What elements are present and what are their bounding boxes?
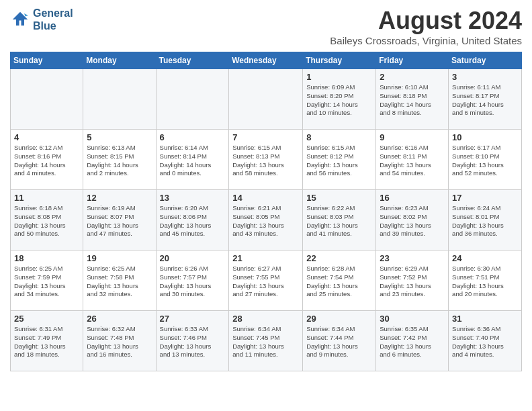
day-info: Sunrise: 6:34 AM Sunset: 7:44 PM Dayligh… <box>306 325 372 359</box>
day-number: 23 <box>380 253 445 263</box>
day-info: Sunrise: 6:27 AM Sunset: 7:55 PM Dayligh… <box>232 265 299 299</box>
day-info: Sunrise: 6:10 AM Sunset: 8:18 PM Dayligh… <box>380 83 445 118</box>
calendar-cell: 30Sunrise: 6:35 AM Sunset: 7:42 PM Dayli… <box>376 311 449 371</box>
day-info: Sunrise: 6:29 AM Sunset: 7:52 PM Dayligh… <box>380 265 445 299</box>
calendar-cell: 15Sunrise: 6:22 AM Sunset: 8:03 PM Dayli… <box>303 190 376 250</box>
calendar-week-row: 1Sunrise: 6:09 AM Sunset: 8:20 PM Daylig… <box>11 69 522 130</box>
calendar-cell: 25Sunrise: 6:31 AM Sunset: 7:49 PM Dayli… <box>11 311 83 371</box>
day-number: 19 <box>87 253 152 263</box>
calendar-cell: 3Sunrise: 6:11 AM Sunset: 8:17 PM Daylig… <box>449 69 522 130</box>
calendar-cell <box>156 69 229 130</box>
month-year-title: August 2024 <box>330 7 522 35</box>
day-info: Sunrise: 6:19 AM Sunset: 8:07 PM Dayligh… <box>87 204 152 238</box>
day-number: 14 <box>232 193 299 203</box>
calendar-cell <box>11 69 83 130</box>
calendar-cell: 6Sunrise: 6:14 AM Sunset: 8:14 PM Daylig… <box>156 130 229 190</box>
day-number: 6 <box>160 132 226 142</box>
day-info: Sunrise: 6:09 AM Sunset: 8:20 PM Dayligh… <box>306 83 372 118</box>
day-info: Sunrise: 6:14 AM Sunset: 8:14 PM Dayligh… <box>160 144 226 178</box>
day-number: 8 <box>306 132 372 142</box>
day-info: Sunrise: 6:36 AM Sunset: 7:40 PM Dayligh… <box>452 325 518 359</box>
calendar-cell: 29Sunrise: 6:34 AM Sunset: 7:44 PM Dayli… <box>303 311 376 371</box>
day-number: 21 <box>232 253 299 263</box>
day-info: Sunrise: 6:32 AM Sunset: 7:48 PM Dayligh… <box>87 325 152 359</box>
day-number: 15 <box>306 193 372 203</box>
calendar-cell: 26Sunrise: 6:32 AM Sunset: 7:48 PM Dayli… <box>83 311 156 371</box>
day-info: Sunrise: 6:28 AM Sunset: 7:54 PM Dayligh… <box>306 265 372 299</box>
column-header-friday: Friday <box>376 52 449 69</box>
calendar-cell: 17Sunrise: 6:24 AM Sunset: 8:01 PM Dayli… <box>449 190 522 250</box>
column-header-saturday: Saturday <box>449 52 522 69</box>
calendar-cell: 16Sunrise: 6:23 AM Sunset: 8:02 PM Dayli… <box>376 190 449 250</box>
column-header-tuesday: Tuesday <box>156 52 229 69</box>
day-number: 24 <box>452 253 518 263</box>
calendar-cell: 28Sunrise: 6:34 AM Sunset: 7:45 PM Dayli… <box>229 311 303 371</box>
calendar-cell: 9Sunrise: 6:16 AM Sunset: 8:11 PM Daylig… <box>376 130 449 190</box>
day-number: 3 <box>452 72 518 82</box>
title-block: August 2024 Baileys Crossroads, Virginia… <box>330 7 522 46</box>
calendar-table: SundayMondayTuesdayWednesdayThursdayFrid… <box>10 52 522 371</box>
calendar-cell: 10Sunrise: 6:17 AM Sunset: 8:10 PM Dayli… <box>449 130 522 190</box>
day-info: Sunrise: 6:23 AM Sunset: 8:02 PM Dayligh… <box>380 204 445 238</box>
day-info: Sunrise: 6:26 AM Sunset: 7:57 PM Dayligh… <box>160 265 226 299</box>
day-info: Sunrise: 6:15 AM Sunset: 8:12 PM Dayligh… <box>306 144 372 178</box>
svg-marker-0 <box>13 12 28 26</box>
calendar-cell: 8Sunrise: 6:15 AM Sunset: 8:12 PM Daylig… <box>303 130 376 190</box>
day-number: 20 <box>160 253 226 263</box>
page-header: General Blue August 2024 Baileys Crossro… <box>10 7 522 46</box>
day-number: 11 <box>14 193 79 203</box>
day-info: Sunrise: 6:34 AM Sunset: 7:45 PM Dayligh… <box>232 325 299 359</box>
calendar-cell: 23Sunrise: 6:29 AM Sunset: 7:52 PM Dayli… <box>376 250 449 311</box>
calendar-week-row: 18Sunrise: 6:25 AM Sunset: 7:59 PM Dayli… <box>11 250 522 311</box>
column-header-sunday: Sunday <box>11 52 83 69</box>
calendar-cell: 31Sunrise: 6:36 AM Sunset: 7:40 PM Dayli… <box>449 311 522 371</box>
day-info: Sunrise: 6:11 AM Sunset: 8:17 PM Dayligh… <box>452 83 518 118</box>
day-number: 27 <box>160 314 226 324</box>
day-number: 18 <box>14 253 79 263</box>
day-info: Sunrise: 6:13 AM Sunset: 8:15 PM Dayligh… <box>87 144 152 178</box>
calendar-week-row: 25Sunrise: 6:31 AM Sunset: 7:49 PM Dayli… <box>11 311 522 371</box>
day-number: 17 <box>452 193 518 203</box>
calendar-cell: 11Sunrise: 6:18 AM Sunset: 8:08 PM Dayli… <box>11 190 83 250</box>
calendar-cell <box>229 69 303 130</box>
day-number: 4 <box>14 132 79 142</box>
calendar-cell: 27Sunrise: 6:33 AM Sunset: 7:46 PM Dayli… <box>156 311 229 371</box>
day-info: Sunrise: 6:18 AM Sunset: 8:08 PM Dayligh… <box>14 204 79 238</box>
day-number: 9 <box>380 132 445 142</box>
day-number: 16 <box>380 193 445 203</box>
day-number: 1 <box>306 72 372 82</box>
day-info: Sunrise: 6:22 AM Sunset: 8:03 PM Dayligh… <box>306 204 372 238</box>
svg-marker-1 <box>24 13 28 17</box>
calendar-week-row: 4Sunrise: 6:12 AM Sunset: 8:16 PM Daylig… <box>11 130 522 190</box>
calendar-cell: 12Sunrise: 6:19 AM Sunset: 8:07 PM Dayli… <box>83 190 156 250</box>
day-number: 5 <box>87 132 152 142</box>
calendar-cell: 1Sunrise: 6:09 AM Sunset: 8:20 PM Daylig… <box>303 69 376 130</box>
day-info: Sunrise: 6:17 AM Sunset: 8:10 PM Dayligh… <box>452 144 518 178</box>
calendar-cell: 13Sunrise: 6:20 AM Sunset: 8:06 PM Dayli… <box>156 190 229 250</box>
day-info: Sunrise: 6:30 AM Sunset: 7:51 PM Dayligh… <box>452 265 518 299</box>
day-number: 25 <box>14 314 79 324</box>
day-number: 30 <box>380 314 445 324</box>
calendar-cell: 19Sunrise: 6:25 AM Sunset: 7:58 PM Dayli… <box>83 250 156 311</box>
day-number: 7 <box>232 132 299 142</box>
calendar-cell: 21Sunrise: 6:27 AM Sunset: 7:55 PM Dayli… <box>229 250 303 311</box>
day-info: Sunrise: 6:33 AM Sunset: 7:46 PM Dayligh… <box>160 325 226 359</box>
calendar-cell: 2Sunrise: 6:10 AM Sunset: 8:18 PM Daylig… <box>376 69 449 130</box>
day-number: 2 <box>380 72 445 82</box>
day-info: Sunrise: 6:20 AM Sunset: 8:06 PM Dayligh… <box>160 204 226 238</box>
day-number: 10 <box>452 132 518 142</box>
calendar-cell: 24Sunrise: 6:30 AM Sunset: 7:51 PM Dayli… <box>449 250 522 311</box>
day-number: 13 <box>160 193 226 203</box>
calendar-cell <box>83 69 156 130</box>
day-info: Sunrise: 6:35 AM Sunset: 7:42 PM Dayligh… <box>380 325 445 359</box>
day-number: 12 <box>87 193 152 203</box>
day-number: 31 <box>452 314 518 324</box>
day-number: 26 <box>87 314 152 324</box>
day-info: Sunrise: 6:25 AM Sunset: 7:58 PM Dayligh… <box>87 265 152 299</box>
column-header-monday: Monday <box>83 52 156 69</box>
day-number: 28 <box>232 314 299 324</box>
day-info: Sunrise: 6:16 AM Sunset: 8:11 PM Dayligh… <box>380 144 445 178</box>
day-number: 22 <box>306 253 372 263</box>
day-info: Sunrise: 6:15 AM Sunset: 8:13 PM Dayligh… <box>232 144 299 178</box>
calendar-cell: 18Sunrise: 6:25 AM Sunset: 7:59 PM Dayli… <box>11 250 83 311</box>
